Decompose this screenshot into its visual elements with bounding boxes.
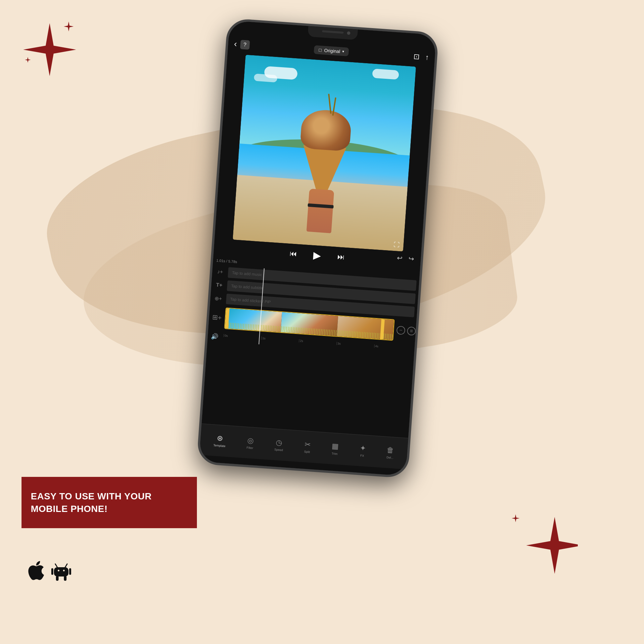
aspect-icon: □ xyxy=(319,47,322,53)
svg-rect-8 xyxy=(64,576,67,581)
save-button[interactable]: ⊡ xyxy=(413,52,420,61)
aspect-label: Original xyxy=(324,47,340,54)
aspect-selector[interactable]: □ Original ▾ xyxy=(314,45,349,56)
skip-forward-button[interactable]: ⏭ xyxy=(337,253,345,261)
sparkle-top-left xyxy=(20,20,79,81)
toolbar-split[interactable]: ✂ Split xyxy=(304,440,311,454)
fullscreen-button[interactable]: ⛶ xyxy=(393,241,400,249)
volume-button[interactable]: 🔊 xyxy=(211,333,218,340)
filter-icon: ◎ xyxy=(247,436,254,445)
svg-line-1 xyxy=(55,564,57,567)
food-top xyxy=(300,109,352,152)
subtitle-track-icon[interactable]: T+ xyxy=(211,282,227,289)
timeline-info: 1.01s / 5.78s xyxy=(216,258,237,264)
delete-icon: 🗑 xyxy=(387,446,394,455)
speed-icon: ◷ xyxy=(276,438,283,447)
toolbar-filter[interactable]: ◎ Filter xyxy=(247,436,254,450)
toolbar-speed[interactable]: ◷ Speed xyxy=(274,438,284,452)
share-button[interactable]: ↑ xyxy=(425,53,429,62)
ruler-2s: 2s xyxy=(299,339,337,345)
video-preview: ⛶ xyxy=(233,55,416,252)
phone-notch xyxy=(308,26,358,40)
fx-icon: ✦ xyxy=(359,444,366,453)
toolbar-template[interactable]: ⊛ Template xyxy=(213,434,226,448)
music-track-icon[interactable]: ♪+ xyxy=(212,268,228,275)
cloud-2 xyxy=(372,69,399,80)
svg-rect-0 xyxy=(54,567,69,576)
toolbar-fx[interactable]: ✦ FX xyxy=(359,444,366,457)
phone-wrapper: ‹ ? □ Original ▾ ⊡ ↑ xyxy=(197,18,439,478)
template-label: Template xyxy=(213,443,225,448)
android-icon xyxy=(51,560,71,583)
trim-label: Trim xyxy=(332,452,338,455)
phone-speaker xyxy=(322,30,344,34)
svg-point-4 xyxy=(63,570,65,572)
split-icon: ✂ xyxy=(304,440,311,449)
ruler-1s: 1s xyxy=(261,337,299,343)
toolbar-trim[interactable]: ▦ Trim xyxy=(331,442,339,455)
svg-line-2 xyxy=(65,564,67,567)
svg-rect-7 xyxy=(56,576,59,581)
bottom-toolbar: ⊛ Template ◎ Filter ◷ Speed ✂ Split ▦ xyxy=(200,424,408,469)
apple-icon xyxy=(26,560,45,583)
sparkle-bottom-right xyxy=(512,510,578,578)
trim-icon: ▦ xyxy=(331,442,339,451)
filter-label: Filter xyxy=(247,446,253,449)
ruler-3s: 3s xyxy=(337,342,374,348)
banner-text: EASY TO USE WITH YOUR MOBILE PHONE! xyxy=(31,490,152,515)
topbar-right: ⊡ ↑ xyxy=(413,52,429,62)
track-minus-button[interactable]: − xyxy=(396,326,405,335)
skip-back-button[interactable]: ⏮ xyxy=(289,249,297,258)
banner-line2: MOBILE PHONE! xyxy=(31,504,108,514)
track-options-button[interactable]: ≡ xyxy=(407,326,416,336)
svg-rect-5 xyxy=(51,568,53,575)
topbar-left: ‹ ? xyxy=(234,39,250,50)
sticker-track-icon[interactable]: ⊕+ xyxy=(210,295,226,302)
dropdown-icon: ▾ xyxy=(342,49,344,54)
delete-label: Del... xyxy=(387,456,394,459)
back-button[interactable]: ‹ xyxy=(234,39,237,49)
red-banner: EASY TO USE WITH YOUR MOBILE PHONE! xyxy=(22,477,197,528)
template-icon: ⊛ xyxy=(217,434,223,443)
phone-camera xyxy=(347,31,350,35)
hand xyxy=(306,189,334,233)
help-button[interactable]: ? xyxy=(240,40,250,50)
banner-line1: EASY TO USE WITH YOUR xyxy=(31,491,152,501)
ruler-0s: 0s xyxy=(224,334,261,340)
platform-icons xyxy=(26,560,71,583)
toolbar-delete[interactable]: 🗑 Del... xyxy=(386,446,394,459)
svg-rect-6 xyxy=(69,568,71,575)
ruler-4s: 4s xyxy=(374,345,412,350)
fx-label: FX xyxy=(360,454,364,458)
phone-frame: ‹ ? □ Original ▾ ⊡ ↑ xyxy=(197,18,439,478)
speed-label: Speed xyxy=(274,448,283,452)
play-button[interactable]: ▶ xyxy=(313,249,321,261)
split-label: Split xyxy=(304,450,310,454)
video-add-icon[interactable]: ⊞+ xyxy=(209,313,225,322)
svg-point-3 xyxy=(58,570,60,572)
food-item xyxy=(283,81,366,235)
phone-screen: ‹ ? □ Original ▾ ⊡ ↑ xyxy=(199,21,437,476)
